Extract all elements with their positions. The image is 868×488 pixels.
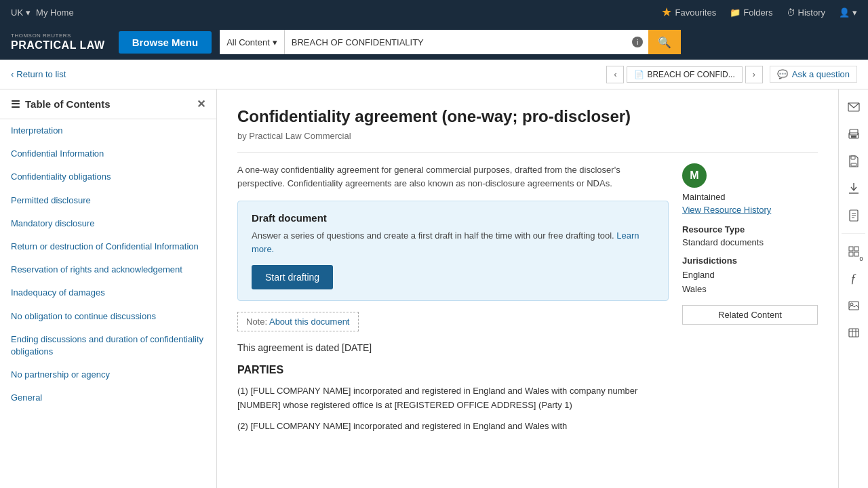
search-button[interactable]: 🔍 [648,30,681,54]
action-divider [842,233,865,234]
toc-close-button[interactable]: ✕ [197,98,205,110]
history-icon: ⏱ [787,7,795,18]
doc-main: A one-way confidentiality agreement for … [237,163,669,440]
ask-question-label: Ask a question [792,69,850,79]
user-chevron: ▾ [852,7,857,18]
folders-label: Folders [743,7,772,18]
notes-action[interactable] [842,203,866,228]
breadcrumb-right: ‹ 📄 BREACH OF CONFID... › 💬 Ask a questi… [606,66,857,83]
toc-item[interactable]: Ending discussions and duration of confi… [0,328,216,363]
image-action[interactable] [842,293,866,318]
draft-box: Draft document Answer a series of questi… [237,201,669,301]
return-to-list-link[interactable]: ‹ Return to list [11,69,66,79]
toc-item[interactable]: No partnership or agency [0,363,216,386]
resource-type-label: Resource Type [682,224,818,235]
favourites-label: Favourites [675,7,716,18]
ask-question-button[interactable]: 💬 Ask a question [770,66,857,83]
history-label: History [798,7,825,18]
save-action[interactable] [842,149,866,174]
chat-icon: 💬 [777,69,788,79]
resource-type-value: Standard documents [682,237,818,247]
search-category-chevron: ▾ [273,37,277,47]
thomson-reuters-label: THOMSON REUTERS [11,33,105,39]
jurisdiction-england: England [682,268,818,283]
action-bar: 0 ƒ [838,89,868,488]
note-label: Note: [246,317,269,327]
download-action[interactable] [842,176,866,201]
party1-text: (1) [FULL COMPANY NAME] incorporated and… [237,384,669,413]
svg-rect-17 [849,329,859,337]
svg-rect-1 [850,129,858,135]
table-action[interactable] [842,321,866,345]
region-selector[interactable]: UK ▾ [11,7,31,18]
toc-header: ☰ Table of Contents ✕ [0,89,216,119]
toc-item[interactable]: No obligation to continue discussions [0,305,216,328]
toc-item[interactable]: Inadequacy of damages [0,281,216,304]
user-menu[interactable]: 👤 ▾ [839,7,857,18]
document-description: A one-way confidentiality agreement for … [237,163,669,190]
note-box: Note: About this document [237,312,359,331]
header-bar: THOMSON REUTERS PRACTICAL LAW Browse Men… [0,24,868,60]
svg-rect-12 [854,247,859,251]
print-action[interactable] [842,122,866,146]
doc-prev-button[interactable]: ‹ [606,66,624,83]
party2-text: (2) [FULL COMPANY NAME] incorporated and… [237,420,669,434]
toc-item[interactable]: Confidentiality obligations [0,165,216,188]
main-layout: ☰ Table of Contents ✕ Interpretation Con… [0,89,868,488]
start-drafting-button[interactable]: Start drafting [252,265,333,289]
document-author: by Practical Law Commercial [237,131,818,141]
search-category-label: All Content [226,37,270,47]
formula-action[interactable]: ƒ [842,266,866,291]
favourites-nav[interactable]: ★ Favourites [661,5,716,20]
svg-rect-3 [851,136,856,138]
search-info-button[interactable]: i [627,30,648,54]
content-area: Confidentiality agreement (one-way; pro-… [217,89,838,488]
maintained-badge: M [682,163,707,188]
about-document-link[interactable]: About this document [269,317,350,327]
divider [237,152,818,152]
return-to-list-label: Return to list [16,69,66,79]
view-resource-history-link[interactable]: View Resource History [682,205,818,215]
agreement-date: This agreement is dated [DATE] [237,342,669,353]
related-content-button[interactable]: Related Content [682,305,818,325]
grid-action[interactable]: 0 [842,239,866,264]
grid-badge: 0 [859,256,863,262]
search-input[interactable] [285,30,627,54]
user-icon: 👤 [839,7,850,18]
star-icon: ★ [661,5,672,20]
toc-item[interactable]: Interpretation [0,119,216,142]
svg-rect-4 [851,163,856,166]
parties-heading: PARTIES [237,364,669,376]
folders-icon: 📁 [730,7,741,18]
top-nav: UK ▾ My Home ★ Favourites 📁 Folders ⏱ Hi… [0,0,868,24]
jurisdictions-label: Jurisdictions [682,256,818,266]
region-label: UK [11,7,23,18]
logo: THOMSON REUTERS PRACTICAL LAW [11,33,105,51]
practical-law-label: PRACTICAL LAW [11,39,105,52]
my-home-link[interactable]: My Home [36,7,74,18]
svg-rect-14 [854,252,859,256]
search-category-selector[interactable]: All Content ▾ [220,30,285,54]
doc-navigator: ‹ 📄 BREACH OF CONFID... › [606,66,762,83]
doc-layout: A one-way confidentiality agreement for … [237,163,818,440]
email-action[interactable] [842,95,866,119]
search-icon: 🔍 [658,36,671,49]
svg-rect-5 [851,156,855,159]
folders-nav[interactable]: 📁 Folders [730,7,772,18]
doc-tab-label: BREACH OF CONFID... [647,70,734,79]
toc-item[interactable]: Return or destruction of Confidential In… [0,235,216,258]
browse-menu-button[interactable]: Browse Menu [119,31,212,54]
toc-item[interactable]: General [0,386,216,409]
toc-item[interactable]: Permitted disclosure [0,189,216,212]
toc-item[interactable]: Mandatory disclosure [0,212,216,235]
toc-item[interactable]: Confidential Information [0,142,216,165]
draft-text: Answer a series of questions and create … [252,229,654,256]
search-bar: All Content ▾ i 🔍 [220,30,681,54]
hamburger-icon: ☰ [11,98,20,110]
toc-item[interactable]: Reservation of rights and acknowledgemen… [0,258,216,281]
svg-rect-13 [849,252,853,256]
draft-title: Draft document [252,212,654,224]
doc-next-button[interactable]: › [745,66,763,83]
history-nav[interactable]: ⏱ History [787,7,825,18]
document-title: Confidentiality agreement (one-way; pro-… [237,106,818,127]
